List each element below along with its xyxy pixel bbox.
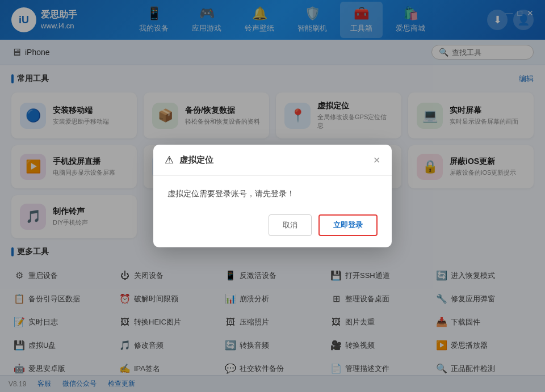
confirm-button[interactable]: 立即登录 — [318, 214, 378, 236]
dialog-warning-icon: ⚠ — [165, 154, 174, 166]
dialog-title: 虚拟定位 — [179, 155, 367, 166]
dialog-overlay: ⚠ 虚拟定位 ✕ 虚拟定位需要登录账号，请先登录！ 取消 立即登录 — [0, 0, 545, 392]
virtual-location-dialog: ⚠ 虚拟定位 ✕ 虚拟定位需要登录账号，请先登录！ 取消 立即登录 — [153, 145, 392, 247]
dialog-header: ⚠ 虚拟定位 ✕ — [153, 145, 392, 176]
cancel-button[interactable]: 取消 — [269, 214, 312, 236]
dialog-footer: 取消 立即登录 — [153, 214, 392, 247]
dialog-body: 虚拟定位需要登录账号，请先登录！ — [153, 176, 392, 214]
dialog-close-button[interactable]: ✕ — [373, 155, 380, 166]
dialog-message: 虚拟定位需要登录账号，请先登录！ — [167, 189, 295, 198]
